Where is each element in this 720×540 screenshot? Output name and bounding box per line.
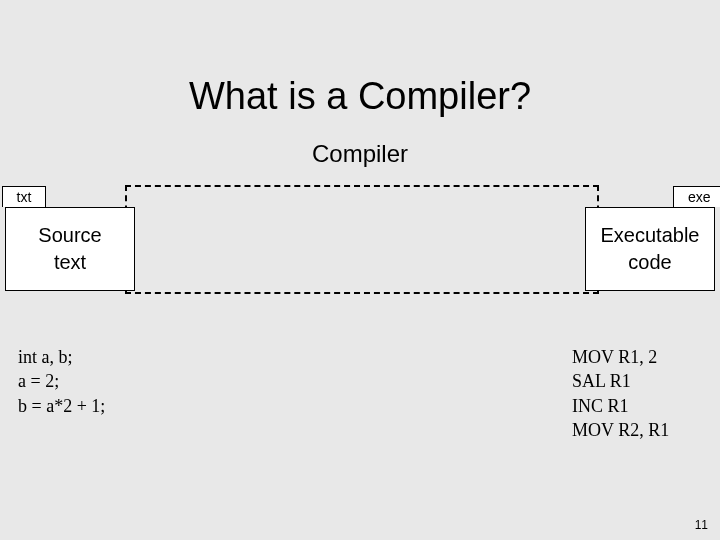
assembly-code: MOV R1, 2 SAL R1 INC R1 MOV R2, R1 bbox=[572, 345, 669, 442]
executable-block: exe Executable code bbox=[585, 186, 715, 291]
source-line2: text bbox=[6, 249, 134, 276]
source-line1: Source bbox=[6, 222, 134, 249]
executable-line1: Executable bbox=[586, 222, 714, 249]
source-code: int a, b; a = 2; b = a*2 + 1; bbox=[18, 345, 105, 418]
executable-line2: code bbox=[586, 249, 714, 276]
source-block: txt Source text bbox=[5, 186, 135, 291]
slide: What is a Compiler? Compiler txt Source … bbox=[0, 0, 720, 540]
compiler-box bbox=[125, 185, 599, 294]
source-tab: txt bbox=[2, 186, 47, 207]
executable-body: Executable code bbox=[585, 207, 715, 291]
compiler-label: Compiler bbox=[0, 140, 720, 168]
page-number: 11 bbox=[695, 518, 708, 532]
executable-tab: exe bbox=[673, 186, 720, 207]
slide-title: What is a Compiler? bbox=[0, 75, 720, 118]
source-body: Source text bbox=[5, 207, 135, 291]
